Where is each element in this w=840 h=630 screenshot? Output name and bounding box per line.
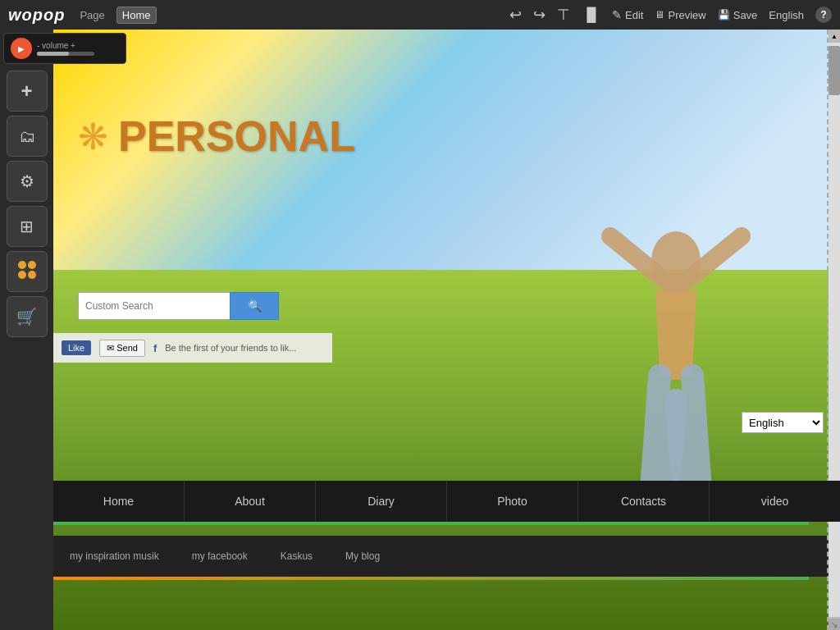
grid-button[interactable]: ⊞ (7, 206, 48, 247)
monitor-icon: 🖥 (655, 9, 664, 21)
language-selector: English Indonesian Spanish French (742, 412, 824, 433)
volume-control: - volume + (37, 41, 94, 56)
hero-title-section: ❋ PERSONAL (78, 112, 355, 161)
search-input[interactable] (78, 292, 230, 320)
media-player: ▶ - volume + (3, 33, 126, 64)
main-area: ▶ - volume + + 🗂 ⚙ ⊞ (0, 30, 840, 630)
volume-bar[interactable] (37, 52, 94, 56)
language-label: English (769, 9, 804, 21)
add-button[interactable]: + (7, 71, 48, 112)
nav-about[interactable]: About (185, 481, 316, 522)
edit-icon: ✎ (612, 8, 622, 21)
hero-title: PERSONAL (118, 112, 355, 161)
search-button[interactable]: 🔍 (230, 292, 279, 320)
layout-icon[interactable]: ⊤ (557, 6, 570, 24)
left-sidebar: ▶ - volume + + 🗂 ⚙ ⊞ (0, 30, 53, 630)
svg-point-2 (18, 271, 26, 279)
play-icon: ▶ (18, 44, 25, 53)
footer-links: my inspiration musik my facebook Kaskus … (53, 536, 840, 577)
chart-icon[interactable]: ▐▌ (582, 7, 600, 22)
send-icon: ✉ (107, 343, 114, 354)
like-button[interactable]: Like (62, 340, 91, 355)
volume-label: - volume + (37, 41, 94, 50)
grid-icon: ⊞ (20, 217, 34, 236)
svg-point-1 (28, 261, 36, 269)
settings-button[interactable]: ⚙ (7, 161, 48, 202)
scrollbar: ▲ ▼ (829, 30, 840, 630)
resize-handle[interactable]: ↘ (829, 619, 840, 630)
edit-button[interactable]: ✎ Edit (612, 8, 643, 21)
language-select[interactable]: English Indonesian Spanish French (742, 412, 824, 433)
hero-sky (53, 30, 840, 299)
scroll-thumb[interactable] (829, 46, 840, 95)
footer-link-kaskus[interactable]: Kaskus (281, 550, 313, 562)
volume-fill (37, 52, 69, 56)
social-bar: Like ✉ Send f Be the first of your frien… (53, 333, 332, 363)
briefcase-icon: 🗂 (19, 127, 35, 146)
nav-diary[interactable]: Diary (316, 481, 447, 522)
undo-icon[interactable]: ↩ (509, 6, 522, 24)
scroll-up-icon: ▲ (831, 33, 838, 40)
play-button[interactable]: ▶ (11, 38, 32, 59)
footer-link-blog[interactable]: My blog (345, 550, 380, 562)
nav-photo[interactable]: Photo (447, 481, 578, 522)
scroll-up-button[interactable]: ▲ (829, 30, 840, 43)
page-selector[interactable]: Home (116, 7, 157, 24)
cart-icon: 🛒 (16, 307, 37, 326)
floppy-icon: 💾 (718, 9, 730, 21)
nav-contacts[interactable]: Contacts (578, 481, 710, 522)
nav-home[interactable]: Home (53, 481, 185, 522)
logo: wopop (8, 6, 65, 25)
nav-video[interactable]: video (710, 481, 840, 522)
footer-link-facebook[interactable]: my facebook (192, 550, 248, 562)
page-label: Page (80, 9, 104, 21)
gear-icon: ⚙ (20, 171, 34, 191)
plus-icon: + (21, 80, 32, 103)
apps-icon (17, 260, 37, 284)
green-accent-bar-2 (53, 577, 809, 580)
search-section: 🔍 (78, 292, 279, 320)
preview-button[interactable]: 🖥 Preview (655, 9, 705, 21)
clover-icon: ❋ (78, 116, 108, 158)
save-button[interactable]: 💾 Save (718, 9, 758, 21)
canvas-area: ❋ PERSONAL 🔍 (53, 30, 840, 630)
footer-link-music[interactable]: my inspiration musik (70, 550, 159, 562)
svg-point-3 (28, 271, 36, 279)
apps-button[interactable] (7, 251, 48, 292)
case-button[interactable]: 🗂 (7, 116, 48, 157)
redo-icon[interactable]: ↪ (533, 6, 546, 24)
top-toolbar: wopop Page Home ↩ ↪ ⊤ ▐▌ ✎ Edit 🖥 Previe… (0, 0, 840, 30)
green-accent-bar-1 (53, 522, 809, 525)
svg-point-0 (18, 261, 26, 269)
cart-button[interactable]: 🛒 (7, 296, 48, 337)
search-icon: 🔍 (248, 299, 262, 313)
facebook-text: Be the first of your friends to lik... (165, 343, 296, 353)
nav-bar: Home About Diary Photo Contacts video (53, 481, 840, 522)
facebook-icon: f (153, 342, 157, 354)
send-button[interactable]: ✉ Send (99, 340, 145, 357)
help-button[interactable]: ? (815, 7, 832, 23)
